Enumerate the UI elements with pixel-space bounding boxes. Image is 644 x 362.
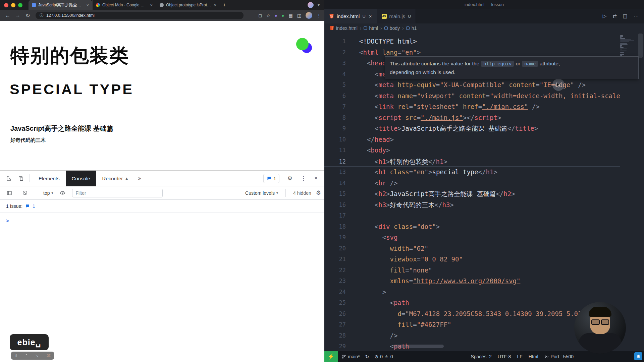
browser-tab-active[interactable]: JavaScript高手之路全能课 基础... × <box>29 0 92 10</box>
git-branch-item[interactable]: main* <box>342 354 360 359</box>
webcam-person-glasses <box>591 319 609 325</box>
breadcrumb-body[interactable]: body <box>384 25 400 31</box>
tab-recorder[interactable]: Recorder ▲ <box>96 171 135 186</box>
control-key-icon: ⌃ <box>24 353 28 358</box>
code-text: <h2>JavaScript高手之路全能课 基础篇</h2> <box>359 188 515 199</box>
code-line-24[interactable]: 24 > <box>324 287 620 298</box>
tab-close-icon[interactable]: × <box>150 3 153 8</box>
kebab-menu-icon[interactable]: ⋮ <box>317 13 321 18</box>
eol-item[interactable]: LF <box>517 354 522 359</box>
more-tabs-icon[interactable]: » <box>135 175 144 182</box>
code-line-15[interactable]: 15 <h2>JavaScript高手之路全能课 基础篇</h2> <box>324 188 620 199</box>
indentation-item[interactable]: Spaces: 2 <box>471 354 491 359</box>
code-line-29[interactable]: 29 <path <box>324 341 620 351</box>
breadcrumb-html[interactable]: html <box>364 25 378 31</box>
bookmark-star-icon[interactable]: ☆ <box>266 13 270 18</box>
horizontal-scrollbar[interactable] <box>393 345 444 348</box>
profile-avatar[interactable] <box>308 2 314 8</box>
editor-tab-main-js[interactable]: JS main.js U <box>377 9 416 23</box>
console-settings-icon[interactable]: ⚙ <box>316 189 321 196</box>
back-button[interactable]: ← <box>3 12 12 18</box>
code-line-8[interactable]: 8 <script src="./main.js"></script> <box>324 112 620 123</box>
browser-tab-3[interactable]: Object.prototype.isPrototype... × <box>156 0 220 10</box>
new-tab-button[interactable]: + <box>220 2 229 8</box>
breadcrumb-separator: › <box>380 25 382 31</box>
sync-button[interactable]: ↻ <box>365 354 369 359</box>
console-filter-input[interactable] <box>72 189 163 197</box>
browser-tab-2[interactable]: Object Mdn - Google 搜索 × <box>92 0 156 10</box>
tooltip-text: depending on which is used. <box>390 68 634 77</box>
code-line-13[interactable]: 13 <h1 class="en">special type</h1> <box>324 167 620 178</box>
tab-close-icon[interactable]: × <box>86 3 89 8</box>
device-toolbar-icon[interactable] <box>15 173 27 184</box>
tab-close-icon[interactable]: × <box>369 13 372 19</box>
inspect-element-icon[interactable] <box>3 173 15 184</box>
breadcrumb-file[interactable]: index.html <box>330 25 358 31</box>
tab-elements[interactable]: Elements <box>33 171 66 186</box>
symbol-icon <box>406 26 410 30</box>
devtools-kebab-icon[interactable]: ⋮ <box>301 175 306 182</box>
close-window-button[interactable] <box>4 3 8 7</box>
run-button[interactable]: ▷ <box>603 13 607 19</box>
code-line-11[interactable]: 11 <body> <box>324 145 620 156</box>
breadcrumb-h1[interactable]: h1 <box>406 25 417 31</box>
profile-avatar[interactable] <box>306 12 312 19</box>
log-levels-dropdown[interactable]: Custom levels ▾ <box>245 190 278 196</box>
issues-counter-button[interactable]: 1 <box>263 174 279 183</box>
extension-purple-icon[interactable]: ● <box>275 13 277 18</box>
code-line-1[interactable]: 1<!DOCTYPE html> <box>324 36 620 47</box>
devtools-close-icon[interactable]: × <box>314 175 318 182</box>
address-bar[interactable]: ⓘ 127.0.0.1:5500/index.html <box>36 12 244 19</box>
maximize-window-button[interactable] <box>18 3 22 7</box>
code-line-25[interactable]: 25 <path <box>324 297 620 308</box>
code-line-17[interactable]: 17 <box>324 210 620 221</box>
apps-grid-icon[interactable]: ▦ <box>288 13 292 18</box>
code-line-7[interactable]: 7 <link rel="stylesheet" href="./mian.cs… <box>324 101 620 112</box>
tab-close-icon[interactable]: × <box>214 3 216 8</box>
code-text: > <box>359 287 386 298</box>
code-line-14[interactable]: 14 <br /> <box>324 178 620 189</box>
code-line-26[interactable]: 26 d="M67.4128 23.2095C58.5343 0.14309 3… <box>324 308 620 319</box>
code-line-16[interactable]: 16 <h3>好奇代码的三木</h3> <box>324 199 620 210</box>
vertical-scrollbar[interactable] <box>638 34 643 58</box>
code-line-6[interactable]: 6 <meta name="viewport" content="width=d… <box>324 90 620 102</box>
code-line-21[interactable]: 21 viewbox="0 0 82 90" <box>324 254 620 265</box>
editor-tab-index-html[interactable]: index.html U × <box>324 9 377 23</box>
console-output[interactable]: > <box>0 213 324 224</box>
side-panel-icon[interactable]: ◫ <box>297 13 301 18</box>
context-selector[interactable]: top ▾ <box>43 190 53 196</box>
site-info-icon[interactable]: ⓘ <box>40 13 44 18</box>
cast-icon[interactable]: ◻ <box>258 13 262 18</box>
tab-search-icon[interactable]: ▾ <box>318 3 320 7</box>
code-line-12[interactable]: 12 <h1>特别的包装类</h1> <box>324 156 620 167</box>
split-editor-icon[interactable]: ◫ <box>623 13 628 19</box>
code-line-20[interactable]: 20 width="62" <box>324 243 620 254</box>
sync-changes-icon[interactable]: ⇄ <box>612 13 617 19</box>
code-line-18[interactable]: 18 <div class="dot"> <box>324 221 620 232</box>
line-number: 4 <box>324 69 354 80</box>
devtools-settings-icon[interactable]: ⚙ <box>287 175 292 182</box>
problems-item[interactable]: ⊘ 0 ⚠ 0 <box>375 354 393 359</box>
code-line-22[interactable]: 22 fill="none" <box>324 265 620 276</box>
tab-console[interactable]: Console <box>66 171 96 186</box>
code-line-9[interactable]: 9 <title>JavaScript高手之路全能课 基础篇</title> <box>324 123 620 134</box>
minimize-window-button[interactable] <box>11 3 15 7</box>
notifications-bell-button[interactable] <box>634 352 642 360</box>
encoding-item[interactable]: UTF-8 <box>498 354 511 359</box>
reload-button[interactable]: ↻ <box>23 12 32 19</box>
live-server-port-item[interactable]: Port : 5500 <box>544 354 574 359</box>
code-line-10[interactable]: 10 </head> <box>324 134 620 145</box>
console-sidebar-icon[interactable] <box>3 187 15 199</box>
extension-green-icon[interactable]: ● <box>282 13 284 18</box>
forward-button[interactable]: → <box>13 12 22 18</box>
language-mode-item[interactable]: Html <box>529 354 538 359</box>
code-line-5[interactable]: 5 <meta http-equiv="X-UA-Compatible" con… <box>324 79 620 90</box>
clear-console-icon[interactable] <box>19 187 31 199</box>
remote-indicator[interactable]: ⚡ <box>324 351 338 362</box>
more-actions-icon[interactable]: ⋯ <box>634 13 639 19</box>
code-line-23[interactable]: 23 xmlns="http://www.w3.org/2000/svg" <box>324 276 620 287</box>
code-line-19[interactable]: 19 <svg <box>324 232 620 243</box>
issues-bar[interactable]: 1 Issue: 1 <box>0 200 324 213</box>
minimap-line <box>620 49 627 49</box>
live-expression-eye-icon[interactable] <box>57 187 69 199</box>
